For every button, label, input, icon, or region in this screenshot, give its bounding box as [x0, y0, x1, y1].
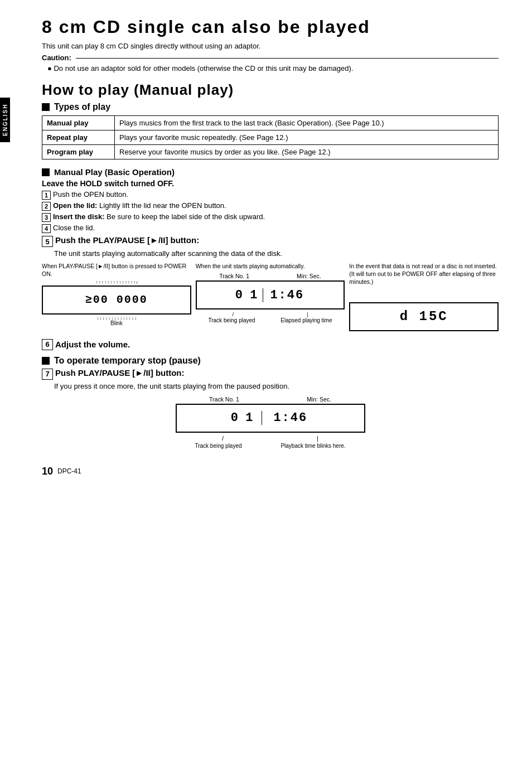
step7-description: If you press it once more, the unit star… [54, 382, 499, 390]
step-5: 5 Push the PLAY/PAUSE [►/II] button: [42, 235, 499, 247]
pause-track-labels: Track No. 1 Min: Sec. [176, 396, 365, 403]
slash-1: / [232, 312, 234, 317]
col2-caption: When the unit starts playing automatical… [196, 262, 345, 270]
intro-text: This unit can play 8 cm CD singles direc… [42, 42, 499, 50]
col3-lcd-display: d 15C [349, 302, 499, 331]
main-heading: 8 cm CD single can also be played [42, 17, 499, 37]
table-row: Manual play Plays musics from the first … [42, 116, 499, 130]
display-col-2: When the unit starts playing automatical… [194, 262, 347, 333]
page-number: 10 [42, 466, 53, 477]
pause-slash-row: / | [176, 435, 365, 442]
section-heading: How to play (Manual play) [42, 81, 499, 99]
display-section: When PLAY/PAUSE [►/II] button is pressed… [42, 262, 499, 333]
caution-line: Caution: [42, 54, 499, 62]
pause-track-no-label: Track No. 1 [209, 396, 239, 403]
step-num-4: 4 [42, 224, 51, 233]
step-num-5: 5 [42, 236, 53, 247]
display-col-1: When PLAY/PAUSE [►/II] button is pressed… [42, 262, 194, 333]
step-num-1: 1 [42, 191, 51, 200]
col2-track-no-label: Track No. 1 [219, 273, 249, 279]
step-4: 4 Close the lid. [42, 224, 499, 233]
tick-marks-bottom: ↓ ↓ ↓ ↓ ↓ ↓ ↓ ↓ ↓ ↓ ↓ ↓ ↓ ↓ [42, 316, 191, 320]
col3-caption: In the event that data is not read or a … [349, 262, 499, 286]
col2-label-row: Track being played Elapsed playing time [196, 317, 345, 323]
step-6: 6 Adjust the volume. [42, 338, 499, 350]
col2-track-display: 0 1 [230, 288, 264, 302]
hold-switch-instruction: Leave the HOLD switch turned OFF. [42, 179, 499, 188]
slash-3: / [222, 435, 224, 442]
table-row: Repeat play Plays your favorite music re… [42, 130, 499, 145]
blink-lcd-value: ≥00 0000 [85, 293, 148, 306]
col1-blink-label: Blink [110, 320, 123, 326]
black-square-icon [42, 103, 50, 111]
col1-caption: When PLAY/PAUSE [►/II] button is pressed… [42, 262, 191, 278]
slash-4: | [317, 435, 318, 442]
step-num-7: 7 [42, 369, 53, 380]
play-type-label-3: Program play [42, 145, 115, 159]
pause-blink-label: Playback time blinks here. [280, 443, 345, 449]
step-text-3: Insert the disk: Be sure to keep the lab… [53, 212, 265, 221]
pause-track-label: Track being played [195, 443, 241, 449]
types-of-play-label: Types of play [54, 102, 110, 112]
step-2: 2 Open the lid: Lightly lift the lid nea… [42, 201, 499, 211]
col2-lcd-display: 0 1 1:46 [196, 280, 345, 309]
col2-time-display: 1:46 [263, 288, 311, 302]
black-square-icon-2 [42, 168, 50, 176]
caution-bullet: Do not use an adaptor sold for other mod… [47, 64, 499, 72]
caution-label: Caution: [42, 54, 71, 62]
step-text-1: Push the OPEN button. [53, 190, 128, 199]
step-num-3: 3 [42, 213, 51, 222]
table-row: Program play Reserve your favorite music… [42, 145, 499, 159]
play-type-desc-1: Plays musics from the first track to the… [115, 116, 499, 130]
col2-time-label: Elapsed playing time [280, 317, 332, 323]
step-text-5: Push the PLAY/PAUSE [►/II] button: [55, 235, 199, 245]
pause-lcd-display: 0 1 1:46 [176, 404, 365, 433]
step-text-7: Push PLAY/PAUSE [►/II] button: [55, 368, 185, 378]
pause-min-sec-label: Min: Sec. [307, 396, 331, 403]
temp-stop-label: To operate temporary stop (pause) [54, 356, 201, 366]
col3-display-value: d 15C [400, 309, 448, 324]
step-num-6: 6 [42, 339, 53, 350]
step-text-4: Close the lid. [53, 224, 95, 232]
play-types-table: Manual play Plays musics from the first … [42, 115, 499, 159]
slash-2: | [307, 312, 308, 317]
step-7: 7 Push PLAY/PAUSE [►/II] button: [42, 368, 499, 380]
step-3: 3 Insert the disk: Be sure to keep the l… [42, 212, 499, 222]
col1-label-row: Blink [42, 320, 191, 326]
types-of-play-heading: Types of play [42, 102, 499, 112]
page-footer: 10 DPC-41 [42, 466, 499, 477]
step-num-2: 2 [42, 202, 51, 211]
play-type-label-1: Manual play [42, 116, 115, 130]
pause-display-section: Track No. 1 Min: Sec. 0 1 1:46 / | Track… [176, 396, 365, 449]
play-description: The unit starts playing automatically af… [54, 249, 499, 258]
play-type-desc-2: Plays your favorite music repeatedly. (S… [115, 130, 499, 145]
col2-track-label: Track being played [208, 317, 255, 323]
col2-min-sec-label: Min: Sec. [297, 273, 321, 279]
play-type-label-2: Repeat play [42, 130, 115, 145]
pause-time-display: 1:46 [262, 411, 318, 425]
pause-track-display: 0 1 [222, 411, 263, 425]
temp-stop-heading: To operate temporary stop (pause) [42, 356, 499, 366]
step-text-6: Adjust the volume. [55, 340, 130, 349]
step-1: 1 Push the OPEN button. [42, 190, 499, 200]
manual-op-heading: Manual Play (Basic Operation) [42, 167, 499, 177]
manual-op-label: Manual Play (Basic Operation) [54, 167, 175, 177]
blink-lcd-display: ≥00 0000 [42, 286, 191, 314]
pause-bottom-labels: Track being played Playback time blinks … [176, 443, 365, 449]
step-text-2: Open the lid: Lightly lift the lid near … [53, 201, 226, 210]
tick-marks-top: ↑ ↑ ↑ ↑ ↑ ↑ ↑ ↑ ↑ ↑ ↑ ↑ ↑ ↑ / [42, 280, 191, 284]
play-type-desc-3: Reserve your favorite musics by order as… [115, 145, 499, 159]
black-square-icon-3 [42, 357, 50, 365]
sidebar-english-label: ENGLISH [0, 98, 10, 142]
page-model: DPC-41 [57, 467, 81, 475]
caution-rule [76, 58, 499, 59]
page-content: ENGLISH 8 cm CD single can also be playe… [0, 0, 532, 500]
display-col-3: In the event that data is not read or a … [347, 262, 499, 333]
